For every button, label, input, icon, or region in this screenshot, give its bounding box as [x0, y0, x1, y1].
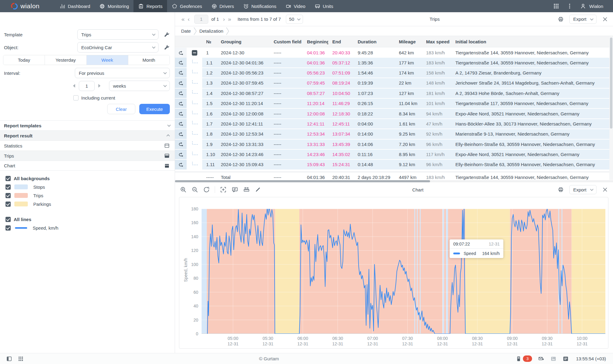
- show-track-icon[interactable]: [178, 60, 184, 66]
- cell-end[interactable]: 12:18:30: [328, 109, 354, 118]
- prev-page-button[interactable]: ‹: [186, 16, 191, 23]
- sidebar-section-statistics[interactable]: Statistics: [0, 140, 175, 151]
- nav-item-dashboard[interactable]: Dashboard: [55, 0, 95, 12]
- table-row-1.3[interactable]: 1.3 2024-12-30 07:59:45 ----- 07:59:45 0…: [175, 78, 613, 88]
- template-settings-wrench-icon[interactable]: [164, 31, 170, 38]
- ruler-icon[interactable]: [243, 186, 250, 193]
- cell-beginning[interactable]: 04:01:36: [303, 48, 328, 58]
- nav-item-monitoring[interactable]: Monitoring: [95, 0, 133, 12]
- table-row-1.8[interactable]: 1.8 2024-12-30 12:53:34 ----- 12:53:34 1…: [175, 129, 613, 139]
- draw-icon[interactable]: [255, 186, 261, 193]
- show-track-icon[interactable]: [178, 111, 184, 117]
- cell-beginning[interactable]: 15:09:43: [303, 160, 328, 169]
- cell-beginning[interactable]: 05:56:23: [303, 68, 328, 78]
- notification-badge[interactable]: 3: [523, 355, 532, 362]
- nav-item-geofences[interactable]: Geofences: [167, 0, 207, 12]
- show-track-icon[interactable]: [178, 121, 184, 127]
- quick-tab-week[interactable]: Week: [86, 55, 128, 65]
- table-row-1.1[interactable]: 1.1 2024-12-30 04:01:36 ----- 04:01:36 0…: [175, 58, 613, 68]
- cell-end[interactable]: 08:19:24: [328, 78, 354, 88]
- including-current-checkbox[interactable]: [73, 95, 78, 100]
- column-header-beginning[interactable]: Beginning: [303, 39, 328, 44]
- zoom-reset-icon[interactable]: [203, 186, 210, 193]
- increment-arrow[interactable]: [98, 84, 100, 88]
- line-speed-km-h-checkbox[interactable]: [5, 225, 11, 231]
- breadcrumb-tab-detalization[interactable]: Detalization: [198, 28, 225, 34]
- print-icon[interactable]: [558, 187, 564, 193]
- cell-end[interactable]: 20:40:33: [328, 48, 354, 58]
- table-row-1.9[interactable]: 1.9 2024-12-30 13:31:33 ----- 13:31:33 1…: [175, 140, 613, 150]
- cell-beginning[interactable]: 12:53:34: [303, 129, 328, 139]
- interval-select[interactable]: For previous: [75, 68, 170, 78]
- device-log-icon[interactable]: [516, 356, 522, 362]
- breadcrumb-tab-date[interactable]: Date: [179, 28, 193, 34]
- user-menu[interactable]: Wialon: [580, 3, 603, 9]
- column-header-grouping[interactable]: Grouping: [217, 39, 270, 44]
- vertical-scrollbar[interactable]: [609, 36, 613, 180]
- sidebar-section-report-templates[interactable]: Report templates: [0, 120, 175, 130]
- show-track-icon[interactable]: [178, 131, 184, 137]
- cell-end[interactable]: 12:45:11: [328, 119, 354, 129]
- chart-plot-area[interactable]: [202, 209, 605, 334]
- show-track-icon[interactable]: [178, 141, 184, 147]
- background-trips-checkbox[interactable]: [5, 193, 11, 198]
- zoom-out-icon[interactable]: [192, 186, 198, 193]
- fit-selection-icon[interactable]: [220, 186, 227, 193]
- nav-item-reports[interactable]: Reports: [133, 0, 167, 12]
- show-track-icon[interactable]: [178, 80, 184, 86]
- cell-end[interactable]: 07:51:09: [328, 68, 354, 78]
- cell-end[interactable]: 13:45:39: [328, 140, 354, 149]
- zoom-in-icon[interactable]: [180, 186, 187, 193]
- cell-beginning[interactable]: 08:57:27: [303, 89, 328, 98]
- print-icon[interactable]: [558, 16, 564, 22]
- collapse-row-icon[interactable]: [192, 50, 197, 56]
- apps-grid-icon[interactable]: [553, 3, 559, 9]
- cell-end[interactable]: 10:04:50: [328, 89, 354, 98]
- column-header-max-speed[interactable]: Max speed: [422, 39, 451, 44]
- cell-beginning[interactable]: 11:20:14: [303, 99, 328, 108]
- horizontal-scrollbar[interactable]: [175, 180, 613, 182]
- next-page-button[interactable]: ›: [221, 16, 226, 23]
- table-row-1.6[interactable]: 1.6 2024-12-30 12:00:08 ----- 12:00:08 1…: [175, 109, 613, 119]
- nav-item-video[interactable]: Video: [281, 0, 310, 12]
- cell-end[interactable]: 15:24:31: [328, 160, 354, 169]
- nav-item-drivers[interactable]: Drivers: [207, 0, 239, 12]
- template-select[interactable]: Trips: [77, 29, 159, 40]
- page-size-select[interactable]: 50: [286, 15, 303, 24]
- column-header-№[interactable]: №: [202, 39, 217, 44]
- show-track-icon[interactable]: [178, 70, 184, 76]
- column-header-custom-field[interactable]: Custom field: [270, 39, 303, 44]
- table-row-1.7[interactable]: 1.7 2024-12-30 12:41:11 ----- 12:41:11 1…: [175, 119, 613, 129]
- nav-item-units[interactable]: Units: [310, 0, 338, 12]
- table-row-1.2[interactable]: 1.2 2024-12-30 05:56:23 ----- 05:56:23 0…: [175, 68, 613, 78]
- comments-icon[interactable]: [232, 186, 238, 193]
- table-row-1.10[interactable]: 1.10 2024-12-30 14:23:46 ----- 14:23:46 …: [175, 150, 613, 160]
- close-chart-icon[interactable]: [602, 187, 608, 193]
- show-track-icon[interactable]: [178, 162, 184, 168]
- object-select[interactable]: EcoDriving Car: [77, 42, 159, 53]
- all-lines-checkbox[interactable]: [5, 217, 11, 222]
- close-report-icon[interactable]: [602, 16, 608, 22]
- background-parkings-checkbox[interactable]: [5, 202, 11, 207]
- object-settings-wrench-icon[interactable]: [164, 44, 170, 50]
- kebab-menu-icon[interactable]: [567, 3, 573, 9]
- export-button[interactable]: Export: [569, 15, 597, 24]
- cell-beginning[interactable]: 14:23:46: [303, 150, 328, 159]
- cell-end[interactable]: 13:07:34: [328, 129, 354, 139]
- nav-item-notifications[interactable]: Notifications: [239, 0, 281, 12]
- interval-unit-select[interactable]: weeks: [109, 81, 170, 91]
- image-icon[interactable]: [550, 356, 556, 362]
- cell-end[interactable]: 14:35:02: [328, 150, 354, 159]
- sidebar-section-chart[interactable]: Chart: [0, 161, 175, 171]
- sidebar-section-trips[interactable]: Trips: [0, 151, 175, 161]
- apps-grid-small-icon[interactable]: [18, 356, 24, 362]
- quick-tab-today[interactable]: Today: [3, 55, 45, 65]
- table-row-1.11[interactable]: 1.11 2024-12-30 15:09:43 ----- 15:09:43 …: [175, 160, 613, 170]
- cell-beginning[interactable]: 12:41:11: [303, 119, 328, 129]
- show-track-icon[interactable]: [178, 151, 184, 158]
- background-stops-checkbox[interactable]: [5, 184, 11, 190]
- cell-beginning[interactable]: 12:00:08: [303, 109, 328, 118]
- show-track-icon[interactable]: [178, 100, 184, 107]
- column-header-mileage[interactable]: Mileage: [395, 39, 422, 44]
- chart-export-button[interactable]: Export: [569, 185, 597, 194]
